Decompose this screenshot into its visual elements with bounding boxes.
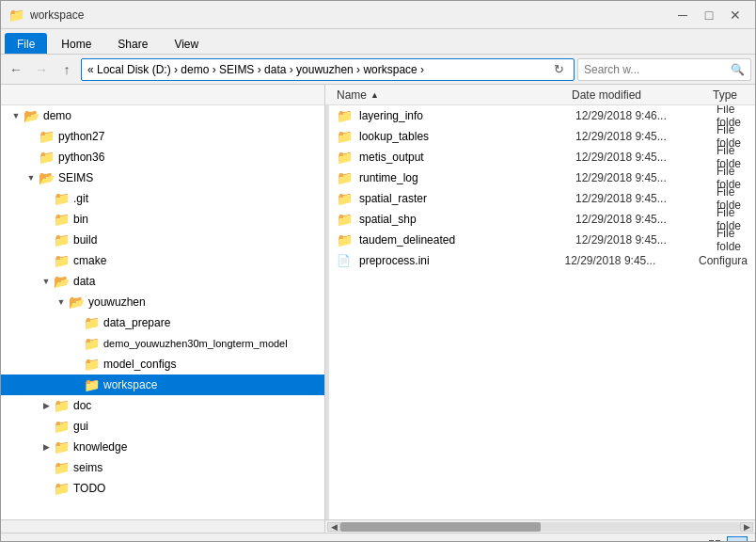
tree-item-demo[interactable]: ▼ 📂 demo [1, 105, 324, 126]
tree-label-TODO: TODO [73, 482, 105, 495]
file-item-layering-info[interactable]: 📁 layering_info 12/29/2018 9:46... File … [329, 105, 755, 126]
file-item-preprocess-ini[interactable]: 📄 preprocess.ini 12/29/2018 9:45... Conf… [329, 250, 755, 271]
search-box[interactable]: 🔍 [577, 58, 751, 81]
hscroll-right-btn[interactable]: ▶ [740, 522, 753, 532]
maximize-button[interactable]: □ [697, 6, 721, 24]
tree-label-bin: bin [73, 213, 88, 226]
col-header-type[interactable]: Type [705, 85, 755, 104]
main-content: ▼ 📂 demo ▶ 📁 python27 ▶ 📁 python36 ▼ 📂 S… [1, 105, 755, 519]
up-button[interactable]: ↑ [55, 58, 78, 81]
tab-file[interactable]: File [5, 33, 47, 54]
back-button[interactable]: ← [5, 58, 27, 81]
forward-button[interactable]: → [30, 58, 53, 81]
expand-SEIMS[interactable]: ▼ [24, 170, 39, 185]
tab-share[interactable]: Share [105, 33, 160, 54]
tree-item-youwuzhen[interactable]: ▼ 📂 youwuzhen [1, 292, 324, 312]
ribbon-tabs: File Home Share View [1, 29, 755, 54]
file-item-spatial-shp[interactable]: 📁 spatial_shp 12/29/2018 9:45... File fo… [329, 209, 755, 230]
file-name-lookup-tables: lookup_tables [359, 130, 575, 143]
file-item-spatial-raster[interactable]: 📁 spatial_raster 12/29/2018 9:45... File… [329, 188, 755, 209]
window-title: workspace [30, 8, 670, 22]
folder-icon-gui: 📁 [54, 419, 70, 434]
tree-item-data-prepare[interactable]: ▶ 📁 data_prepare [1, 312, 324, 333]
tree-label-gui: gui [73, 420, 88, 433]
file-headers: Name ▲ Date modified Type [325, 85, 755, 104]
folder-icon-doc: 📁 [54, 398, 70, 413]
tree-item-workspace[interactable]: ▶ 📁 workspace [1, 375, 324, 395]
expand-demo[interactable]: ▼ [8, 108, 24, 123]
folder-icon-data-prepare: 📁 [84, 315, 100, 330]
tree-item-seims[interactable]: ▶ 📁 seims [1, 457, 324, 478]
refresh-button[interactable]: ↻ [549, 59, 568, 80]
h-scrollbar-area: ◀ ▶ [1, 519, 755, 533]
tab-view[interactable]: View [162, 33, 211, 54]
folder-icon-git: 📁 [54, 191, 70, 206]
tree-label-python36: python36 [58, 151, 104, 164]
tree-item-python27[interactable]: ▶ 📁 python27 [1, 126, 324, 147]
grid-view-button[interactable]: ​ [704, 536, 725, 543]
hscroll-left-btn[interactable]: ◀ [327, 522, 340, 532]
tree-item-TODO[interactable]: ▶ 📁 TODO [1, 478, 324, 499]
tree-item-git[interactable]: ▶ 📁 .git [1, 188, 324, 209]
tree-label-seims: seims [73, 461, 102, 474]
tab-home[interactable]: Home [49, 33, 103, 54]
file-date-lookup-tables: 12/29/2018 9:45... [575, 130, 717, 143]
tree-header [1, 85, 325, 104]
tree-item-model-configs[interactable]: ▶ 📁 model_configs [1, 354, 324, 375]
search-input[interactable] [584, 63, 731, 76]
file-item-runtime-log[interactable]: 📁 runtime_log 12/29/2018 9:45... File fo… [329, 167, 755, 188]
file-item-metis-output[interactable]: 📁 metis_output 12/29/2018 9:45... File f… [329, 147, 755, 167]
tree-item-data[interactable]: ▼ 📂 data [1, 271, 324, 292]
folder-icon-runtime-log: 📁 [337, 170, 354, 185]
expand-doc[interactable]: ▶ [39, 398, 54, 413]
tree-label-python27: python27 [58, 130, 104, 143]
tree-label-git: .git [73, 192, 88, 205]
folder-icon-bin: 📁 [54, 212, 70, 227]
file-name-spatial-shp: spatial_shp [359, 213, 575, 226]
tree-item-python36[interactable]: ▶ 📁 python36 [1, 147, 324, 167]
tree-item-doc[interactable]: ▶ 📁 doc [1, 395, 324, 416]
tree-item-cmake[interactable]: ▶ 📁 cmake [1, 250, 324, 271]
minimize-button[interactable]: ─ [670, 6, 695, 24]
file-date-spatial-shp: 12/29/2018 9:45... [575, 213, 717, 226]
file-item-taudem-delineated[interactable]: 📁 taudem_delineated 12/29/2018 9:45... F… [329, 230, 755, 250]
ribbon: File Home Share View [1, 29, 755, 55]
folder-icon-youwuzhen: 📂 [69, 295, 85, 310]
folder-icon-python36: 📁 [39, 150, 55, 165]
address-bar: ← → ↑ « Local Disk (D:) › demo › SEIMS ›… [1, 55, 755, 85]
tree-item-build[interactable]: ▶ 📁 build [1, 230, 324, 250]
file-date-taudem-delineated: 12/29/2018 9:45... [575, 233, 717, 247]
expand-knowledge[interactable]: ▶ [39, 439, 54, 454]
folder-icon-demo-youwuzhen: 📁 [84, 336, 100, 351]
address-box[interactable]: « Local Disk (D:) › demo › SEIMS › data … [81, 58, 575, 81]
address-text: « Local Disk (D:) › demo › SEIMS › data … [87, 63, 549, 76]
tree-label-data: data [73, 275, 95, 288]
tree-label-workspace: workspace [103, 378, 157, 391]
folder-icon-TODO: 📁 [54, 481, 70, 496]
folder-icon-model-configs: 📁 [84, 357, 100, 372]
hscroll-thumb[interactable] [340, 522, 541, 532]
folder-icon-cmake: 📁 [54, 253, 70, 268]
expand-data[interactable]: ▼ [39, 274, 54, 289]
expand-youwuzhen[interactable]: ▼ [54, 295, 69, 310]
column-headers-row: Name ▲ Date modified Type [1, 85, 755, 105]
col-header-name[interactable]: Name ▲ [329, 85, 564, 104]
col-header-date[interactable]: Date modified [564, 85, 705, 104]
hscroll-track[interactable] [340, 522, 740, 532]
folder-icon-python27: 📁 [39, 129, 55, 144]
tree-item-demo-youwuzhen[interactable]: ▶ 📁 demo_youwuzhen30m_longterm_model [1, 333, 324, 354]
file-name-taudem-delineated: taudem_delineated [359, 233, 575, 247]
file-name-runtime-log: runtime_log [359, 171, 575, 184]
file-item-lookup-tables[interactable]: 📁 lookup_tables 12/29/2018 9:45... File … [329, 126, 755, 147]
file-name-spatial-raster: spatial_raster [359, 192, 575, 205]
tree-item-knowledge[interactable]: ▶ 📁 knowledge [1, 437, 324, 457]
tree-item-bin[interactable]: ▶ 📁 bin [1, 209, 324, 230]
folder-icon-workspace: 📁 [84, 377, 100, 392]
close-button[interactable]: ✕ [723, 6, 748, 24]
tree-item-gui[interactable]: ▶ 📁 gui [1, 416, 324, 437]
file-hscroll: ◀ ▶ [325, 520, 755, 533]
list-view-button[interactable] [727, 536, 748, 543]
tree-item-SEIMS[interactable]: ▼ 📂 SEIMS [1, 167, 324, 188]
folder-icon-taudem-delineated: 📁 [337, 232, 354, 247]
tree-label-knowledge: knowledge [73, 440, 127, 454]
